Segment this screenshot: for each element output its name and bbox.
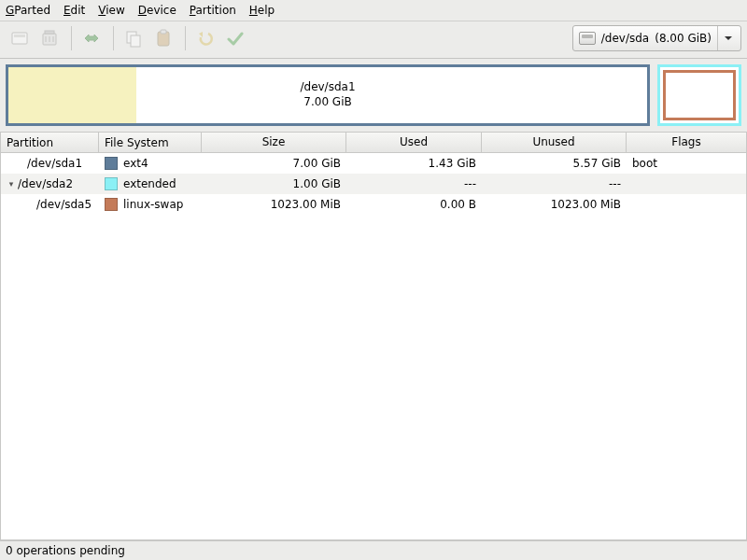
col-used[interactable]: Used xyxy=(346,133,482,152)
menu-partition[interactable]: Partition xyxy=(190,4,236,17)
menu-gparted[interactable]: GParted xyxy=(6,4,50,17)
fs-swatch-icon xyxy=(105,157,118,170)
apply-button[interactable] xyxy=(221,24,249,52)
col-partition[interactable]: Partition xyxy=(1,133,99,152)
partition-table: Partition File System Size Used Unused F… xyxy=(0,132,747,540)
delete-partition-button[interactable] xyxy=(35,24,63,52)
new-partition-button[interactable] xyxy=(6,24,34,52)
status-bar: 0 operations pending xyxy=(0,540,747,560)
partition-name: /dev/sda2 xyxy=(18,177,73,190)
cell-size: 1.00 GiB xyxy=(202,175,346,193)
menu-edit[interactable]: Edit xyxy=(63,4,85,17)
menu-view[interactable]: View xyxy=(98,4,124,17)
cell-used: --- xyxy=(346,175,482,193)
table-row[interactable]: ▾/dev/sda2extended1.00 GiB------ xyxy=(1,174,746,194)
device-selector[interactable]: /dev/sda (8.00 GiB) xyxy=(572,25,741,51)
fs-type: ext4 xyxy=(123,157,148,170)
table-body: /dev/sda1ext47.00 GiB1.43 GiB5.57 GiBboo… xyxy=(1,153,746,539)
table-header: Partition File System Size Used Unused F… xyxy=(1,133,746,153)
col-flags[interactable]: Flags xyxy=(627,133,746,152)
partition-block-sda1[interactable]: /dev/sda1 7.00 GiB xyxy=(6,64,650,126)
toolbar-separator xyxy=(71,26,72,50)
cell-flags xyxy=(627,181,746,187)
svg-rect-8 xyxy=(131,35,140,47)
resize-move-button[interactable] xyxy=(78,24,106,52)
cell-size: 7.00 GiB xyxy=(202,154,346,173)
svg-rect-10 xyxy=(161,30,166,34)
partition-name: /dev/sda5 xyxy=(18,198,92,211)
paste-button[interactable] xyxy=(149,24,177,52)
partition-name: /dev/sda1 xyxy=(18,157,82,170)
copy-button[interactable] xyxy=(120,24,148,52)
cell-flags xyxy=(627,202,746,207)
svg-rect-1 xyxy=(14,35,25,37)
toolbar-separator xyxy=(185,26,186,50)
col-size[interactable]: Size xyxy=(202,133,346,152)
fs-type: extended xyxy=(123,177,176,190)
col-unused[interactable]: Unused xyxy=(482,133,627,152)
chevron-down-icon[interactable] xyxy=(717,26,739,50)
fs-type: linux-swap xyxy=(123,198,183,211)
cell-unused: 1023.00 MiB xyxy=(482,195,627,214)
partition-block-label: /dev/sda1 7.00 GiB xyxy=(8,80,647,109)
svg-rect-0 xyxy=(12,33,27,44)
device-size: (8.00 GiB) xyxy=(655,32,712,45)
cell-unused: 5.57 GiB xyxy=(482,154,627,173)
table-row[interactable]: /dev/sda1ext47.00 GiB1.43 GiB5.57 GiBboo… xyxy=(1,153,746,174)
drive-icon xyxy=(579,32,596,45)
cell-flags: boot xyxy=(627,154,746,173)
partition-map: /dev/sda1 7.00 GiB xyxy=(0,59,747,132)
cell-unused: --- xyxy=(482,175,627,193)
menu-device[interactable]: Device xyxy=(138,4,176,17)
cell-used: 0.00 B xyxy=(346,195,482,214)
menubar: GParted Edit View Device Partition Help xyxy=(0,0,747,21)
cell-size: 1023.00 MiB xyxy=(202,195,346,214)
undo-button[interactable] xyxy=(191,24,219,52)
toolbar: /dev/sda (8.00 GiB) xyxy=(0,21,747,59)
toolbar-separator xyxy=(113,26,114,50)
device-path: /dev/sda xyxy=(601,32,649,45)
fs-swatch-icon xyxy=(105,198,118,211)
status-text: 0 operations pending xyxy=(6,544,125,557)
col-filesystem[interactable]: File System xyxy=(99,133,202,152)
cell-used: 1.43 GiB xyxy=(346,154,482,173)
fs-swatch-icon xyxy=(105,177,118,190)
table-row[interactable]: /dev/sda5linux-swap1023.00 MiB0.00 B1023… xyxy=(1,194,746,215)
partition-block-sda5[interactable] xyxy=(663,70,736,120)
menu-help[interactable]: Help xyxy=(249,4,275,17)
svg-rect-3 xyxy=(45,31,54,34)
expander-icon[interactable]: ▾ xyxy=(7,179,16,189)
partition-block-sda2[interactable] xyxy=(657,64,741,126)
